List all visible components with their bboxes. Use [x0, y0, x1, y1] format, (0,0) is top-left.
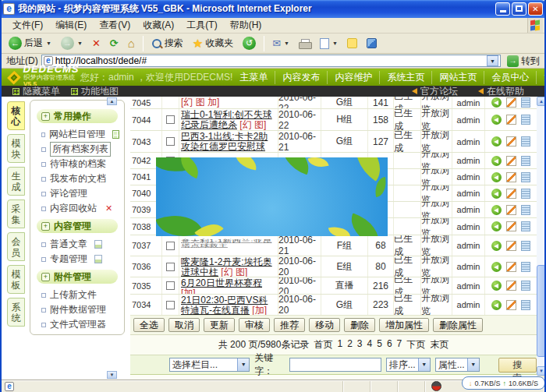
view-icon[interactable] [491, 205, 502, 215]
notes-button[interactable] [343, 37, 361, 50]
page-link[interactable]: 末页 [430, 338, 448, 351]
view-icon[interactable] [491, 262, 502, 272]
favorites-button[interactable]: ★ 收藏夹 [189, 35, 237, 52]
edit-icon[interactable] [506, 205, 516, 215]
view-icon[interactable] [491, 241, 502, 251]
sidebar-item[interactable]: 所有档案列表 [35, 142, 119, 157]
view-icon[interactable] [491, 115, 502, 125]
view-icon[interactable] [491, 281, 502, 291]
more-icon[interactable] [521, 281, 530, 291]
page-link[interactable]: 首页 [314, 338, 332, 351]
view-icon[interactable] [491, 97, 502, 108]
print-button[interactable] [295, 37, 314, 50]
attr-select[interactable]: 属性... ▼ [435, 358, 480, 372]
action-button-删除属性[interactable]: 删除属性 [433, 318, 483, 332]
more-icon[interactable] [521, 300, 530, 310]
more-icon[interactable] [521, 262, 530, 272]
more-icon[interactable] [521, 221, 530, 231]
more-icon[interactable] [521, 136, 530, 147]
edit-icon[interactable] [506, 172, 516, 182]
page-link[interactable]: 3 [357, 338, 363, 351]
action-button-全选[interactable]: 全选 [133, 318, 165, 332]
view-icon[interactable] [491, 156, 502, 166]
sidebar-tab-会员[interactable]: 会员 [7, 232, 25, 261]
menu-item[interactable]: 查看(V) [93, 17, 136, 34]
sidebar-item[interactable]: 我发布的文档 [35, 171, 119, 186]
home-button[interactable]: ⌂ [124, 35, 139, 51]
view-icon[interactable] [491, 136, 502, 147]
content-scrollbar[interactable]: ▲ ▼ [537, 97, 546, 376]
title-bar[interactable]: e 我的网站 - 织梦内容管理系统 V55_GBK - Microsoft In… [0, 0, 546, 18]
sidebar-tab-模板[interactable]: 模板 [7, 265, 25, 294]
page-link[interactable]: 7 [397, 338, 402, 351]
action-button-移动[interactable]: 移动 [309, 318, 340, 332]
go-button[interactable]: → 转到 [504, 55, 543, 68]
row-checkbox[interactable] [166, 137, 175, 146]
sidebar-item[interactable]: 待审核的档案 [35, 157, 119, 171]
address-input[interactable]: e http://localhost/dede/# ▼ [41, 55, 501, 67]
section-header[interactable]: +内容管理 [37, 219, 118, 233]
edit-icon[interactable] [506, 189, 516, 199]
doc-title-link[interactable]: 6月20日世界杯赛程 [181, 277, 262, 288]
view-icon[interactable] [491, 221, 502, 231]
back-button[interactable]: ← 后退 ▼ [5, 35, 55, 51]
edit-button[interactable]: ▼ [316, 37, 342, 51]
more-icon[interactable] [521, 172, 530, 182]
close-button[interactable]: ✕ [528, 2, 543, 16]
sidebar-item[interactable]: 内容回收站✕ [35, 201, 119, 216]
sidebar-item[interactable]: 附件数据管理 [35, 302, 119, 317]
scroll-up-icon[interactable]: ▲ [537, 97, 546, 106]
more-icon[interactable] [521, 97, 530, 108]
edit-dropdown-icon[interactable]: ▼ [332, 41, 338, 46]
section-header[interactable]: +常用操作 [37, 109, 118, 123]
menu-item[interactable]: 帮助(H) [224, 17, 268, 34]
edit-icon[interactable] [506, 156, 516, 166]
row-checkbox[interactable] [166, 281, 175, 290]
column-select[interactable]: 选择栏目... ▼ [169, 358, 250, 372]
delete-icon[interactable]: ✕ [105, 203, 112, 214]
page-link[interactable]: 6 [387, 338, 392, 351]
section-header[interactable]: +附件管理 [37, 270, 118, 284]
edit-icon[interactable] [506, 281, 516, 291]
floating-banner-image[interactable] [156, 157, 388, 236]
sidebar-item[interactable]: 专题管理 [35, 252, 119, 267]
action-button-审核[interactable]: 审核 [239, 318, 270, 332]
doc-title-link[interactable]: 意大利1-1新西兰:亚昆塔点球救主 [181, 239, 276, 249]
row-checkbox[interactable] [166, 263, 175, 271]
edit-icon[interactable] [506, 241, 516, 251]
action-button-取消[interactable]: 取消 [168, 318, 200, 332]
menu-item[interactable]: 工具(T) [180, 17, 223, 34]
sidebar-tab-生成[interactable]: 生成 [7, 167, 25, 196]
action-button-增加属性[interactable]: 增加属性 [379, 318, 429, 332]
view-icon[interactable] [491, 189, 502, 199]
page-link[interactable]: 5 [377, 338, 382, 351]
more-icon[interactable] [521, 189, 530, 199]
search-submit-button[interactable]: 搜索 [498, 358, 537, 373]
subheader-link[interactable]: 官方论坛 [412, 85, 458, 98]
more-icon[interactable] [521, 241, 530, 251]
chevron-down-icon[interactable]: ▼ [237, 358, 249, 371]
action-button-推荐[interactable]: 推荐 [274, 318, 305, 332]
forward-button[interactable]: → ▼ [57, 35, 87, 51]
expand-icon[interactable]: + [41, 112, 50, 121]
sort-select[interactable]: 排序... ▼ [386, 358, 431, 372]
url-text[interactable]: http://localhost/dede/# [55, 55, 484, 66]
chevron-down-icon[interactable]: ▼ [467, 358, 479, 371]
scroll-down-icon[interactable]: ▼ [537, 366, 546, 376]
sidebar-item[interactable]: 普通文章 [35, 237, 119, 252]
scrollbar-thumb[interactable] [537, 265, 546, 357]
keyword-input[interactable] [289, 358, 381, 372]
row-checkbox[interactable] [166, 301, 175, 309]
view-icon[interactable] [491, 172, 502, 182]
doc-title-link[interactable]: 巴西3-1出线:卡卡2助攻染红德罗巴安慰球 [181, 131, 268, 152]
sidebar-tab-采集[interactable]: 采集 [7, 200, 25, 228]
header-nav-item[interactable]: 注销 [536, 71, 546, 84]
forward-dropdown-icon[interactable]: ▼ [77, 41, 83, 46]
expand-icon[interactable]: + [41, 273, 50, 281]
network-monitor-icon[interactable] [431, 381, 441, 391]
address-dropdown-icon[interactable]: ▼ [487, 55, 498, 66]
header-nav-item[interactable]: 网站主页 [431, 71, 484, 84]
more-icon[interactable] [521, 205, 530, 215]
sidebar-item[interactable]: 上传新文件 [35, 288, 119, 302]
back-dropdown-icon[interactable]: ▼ [46, 41, 51, 46]
